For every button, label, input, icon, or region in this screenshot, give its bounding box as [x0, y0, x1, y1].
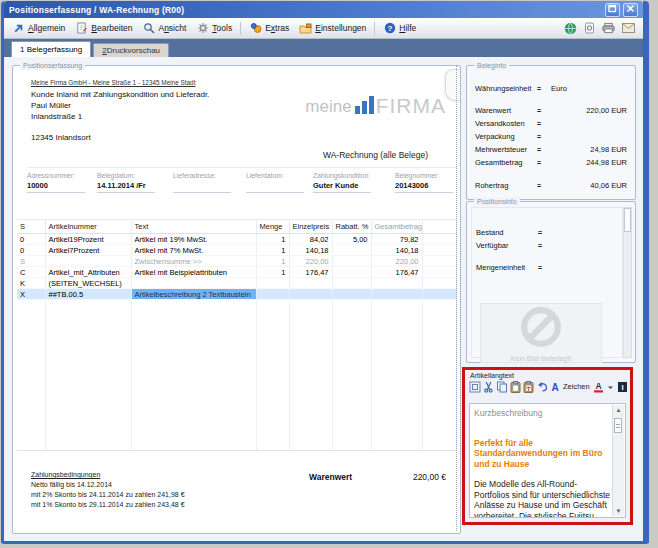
table-cell[interactable]: Artikel mit 7% MwSt.: [131, 245, 256, 256]
table-cell[interactable]: 0: [17, 245, 45, 256]
editor-scroll-thumb[interactable]: [614, 418, 622, 433]
field-value[interactable]: 14.11.2014 /Fr: [97, 181, 155, 193]
table-cell[interactable]: [332, 245, 371, 256]
menu-item-extras[interactable]: Extras: [244, 18, 294, 38]
table-cell[interactable]: [289, 289, 332, 300]
table-cell[interactable]: [332, 278, 371, 289]
table-cell[interactable]: Artikel_mit_Attributen: [45, 267, 131, 278]
table-cell[interactable]: S: [17, 256, 45, 267]
column-header-text[interactable]: Text: [131, 220, 256, 234]
field-value[interactable]: 10000: [27, 181, 85, 193]
table-cell[interactable]: 1: [256, 256, 289, 267]
copy-icon[interactable]: [496, 380, 508, 393]
table-cell[interactable]: 84,02: [289, 234, 332, 245]
table-cell[interactable]: Artikel19Prozent: [45, 234, 131, 245]
restore-button[interactable]: [605, 3, 620, 17]
table-row[interactable]: SZwischensumme >>1220,00220,00: [17, 256, 456, 267]
table-cell[interactable]: (SEITEN_WECHSEL): [45, 278, 131, 289]
field-value[interactable]: Guter Kunde: [313, 181, 371, 193]
table-row[interactable]: CArtikel_mit_AttributenArtikel mit Beisp…: [17, 267, 456, 278]
table-cell[interactable]: 1: [256, 245, 289, 256]
column-header-gesamtbetrag[interactable]: Gesamtbetrag: [371, 220, 422, 234]
table-cell[interactable]: 1: [256, 234, 289, 245]
table-cell[interactable]: Artikel mit Beispielattributen: [131, 267, 256, 278]
table-cell[interactable]: 79,82: [371, 234, 422, 245]
table-cell[interactable]: [45, 256, 131, 267]
table-cell[interactable]: [422, 289, 456, 300]
table-cell[interactable]: [289, 278, 332, 289]
paste-text-icon[interactable]: T: [523, 380, 534, 393]
column-header-s[interactable]: S: [17, 220, 45, 234]
table-cell[interactable]: [256, 278, 289, 289]
field-value[interactable]: 20143006: [395, 181, 453, 193]
table-cell[interactable]: 220,00: [289, 256, 332, 267]
column-header-einzelpreis[interactable]: Einzelpreis: [289, 220, 332, 234]
positions-table[interactable]: SArtikelnummerTextMengeEinzelpreisRabatt…: [17, 219, 457, 451]
positionsinfo-scrollbar[interactable]: [623, 207, 632, 358]
table-cell[interactable]: [256, 289, 289, 300]
table-cell[interactable]: 0: [17, 234, 45, 245]
table-cell[interactable]: K: [17, 278, 45, 289]
column-header-empty[interactable]: [422, 220, 456, 234]
table-cell[interactable]: [332, 267, 371, 278]
table-cell[interactable]: 220,00: [371, 256, 422, 267]
table-cell[interactable]: [422, 267, 456, 278]
table-row[interactable]: 0Artikel7ProzentArtikel mit 7% MwSt.1140…: [17, 245, 456, 256]
positionsinfo-scroll-thumb[interactable]: [624, 208, 631, 232]
field-value[interactable]: [173, 181, 231, 193]
paste-icon[interactable]: [510, 380, 521, 393]
scroll-down-icon[interactable]: ▼: [613, 507, 624, 515]
close-button[interactable]: [623, 3, 638, 17]
table-cell[interactable]: Zwischensumme >>: [131, 256, 256, 267]
table-cell[interactable]: [422, 278, 456, 289]
printer-icon[interactable]: [602, 22, 615, 34]
font-a-icon[interactable]: A: [550, 380, 560, 393]
table-cell[interactable]: [422, 256, 456, 267]
table-cell[interactable]: [422, 245, 456, 256]
font-color-icon[interactable]: A: [593, 380, 604, 393]
editor-scrollbar[interactable]: ▲ ▼: [612, 405, 624, 516]
column-header-artikelnummer[interactable]: Artikelnummer: [45, 220, 131, 234]
menu-item-bearbeiten[interactable]: Bearbeiten: [70, 18, 137, 38]
scroll-up-icon[interactable]: ▲: [613, 406, 624, 414]
table-cell[interactable]: 1: [256, 267, 289, 278]
table-cell[interactable]: [371, 278, 422, 289]
cut-icon[interactable]: [483, 380, 494, 393]
undo-icon[interactable]: [536, 380, 548, 393]
mail-icon[interactable]: [622, 23, 635, 33]
table-cell[interactable]: [332, 256, 371, 267]
menu-item-allgemein[interactable]: Allgemein: [7, 18, 70, 38]
zeichen-button[interactable]: Zeichen: [562, 382, 591, 391]
table-cell[interactable]: Artikel mit 19% MwSt.: [131, 234, 256, 245]
tab-2-druckvorschau[interactable]: 2 Druckvorschau: [93, 43, 169, 57]
table-cell[interactable]: [371, 289, 422, 300]
globe-icon[interactable]: [564, 22, 577, 35]
table-cell[interactable]: X: [17, 289, 45, 300]
border-i-icon[interactable]: I: [617, 380, 628, 393]
menu-item-einstellungen[interactable]: Einstellungen: [294, 18, 371, 38]
table-cell[interactable]: 5,00: [332, 234, 371, 245]
expand-icon[interactable]: [469, 380, 481, 393]
record-icon[interactable]: [584, 22, 595, 34]
table-cell[interactable]: Artikel7Prozent: [45, 245, 131, 256]
menu-item-hilfe[interactable]: ?Hilfe: [378, 18, 421, 38]
table-cell[interactable]: 140,18: [371, 245, 422, 256]
table-cell[interactable]: 140,18: [289, 245, 332, 256]
panel-splitter[interactable]: [456, 65, 460, 531]
table-cell[interactable]: C: [17, 267, 45, 278]
tab-1-belegerfassung[interactable]: 1 Belegerfassung: [11, 41, 91, 57]
caret-down-icon[interactable]: [606, 380, 615, 393]
table-row[interactable]: K(SEITEN_WECHSEL): [17, 278, 456, 289]
table-cell[interactable]: [332, 289, 371, 300]
table-cell[interactable]: 176,47: [371, 267, 422, 278]
field-value[interactable]: [246, 181, 304, 193]
table-cell[interactable]: [131, 278, 256, 289]
table-row[interactable]: X##TB.00.5Artikelbeschreibung 2 Textbaus…: [17, 289, 456, 300]
table-cell[interactable]: [422, 234, 456, 245]
table-cell[interactable]: Artikelbeschreibung 2 Textbaustein: [131, 289, 256, 300]
table-cell[interactable]: ##TB.00.5: [45, 289, 131, 300]
table-cell[interactable]: 176,47: [289, 267, 332, 278]
column-header-menge[interactable]: Menge: [256, 220, 289, 234]
column-header-rabatt-[interactable]: Rabatt. %: [332, 220, 371, 234]
menu-item-tools[interactable]: Tools: [191, 18, 237, 38]
